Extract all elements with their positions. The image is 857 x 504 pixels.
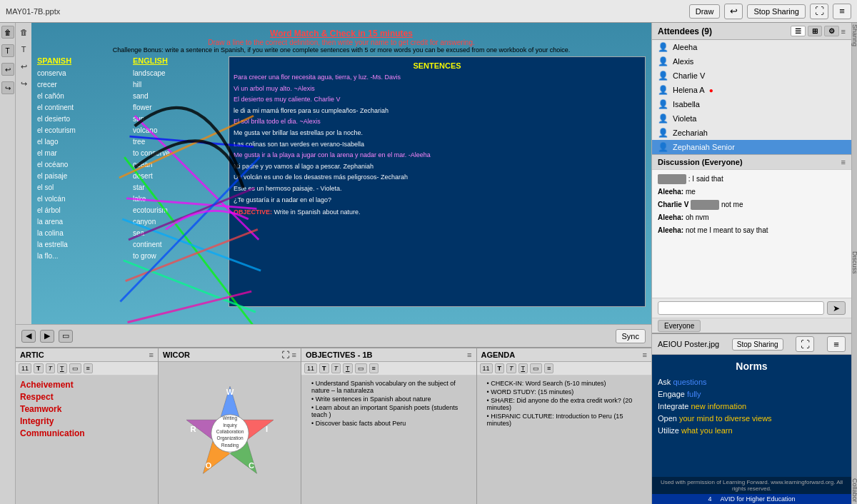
discussion-header: Discussion (Everyone) ≡ — [652, 155, 851, 170]
attendee-zechariah[interactable]: 👤 Zechariah — [652, 126, 851, 140]
obj-font-size[interactable]: 11 — [304, 363, 317, 373]
msg-sender-4: Aleeha: — [658, 213, 686, 221]
artic-item-1: Acheivement — [20, 380, 154, 390]
attendee-violeta[interactable]: 👤 Violeta — [652, 111, 851, 126]
attendees-menu-icon[interactable]: ≡ — [841, 27, 846, 36]
artic-underline[interactable]: T — [57, 363, 67, 373]
attendee-name: Zechariah — [673, 128, 708, 137]
norm-ask: Ask questions — [658, 378, 846, 386]
objectives-panel: OBJECTIVES - 1B ≡ 11 T T T ▭ ≡ • Underst… — [301, 348, 477, 504]
norm-open: Open your mind to diverse views — [658, 414, 846, 423]
msg-4: Aleeha: oh nvm — [658, 213, 846, 223]
sentences-column: SENTENCES Para crecer una flor necesita … — [229, 56, 646, 307]
agenda-fill[interactable]: ▭ — [530, 363, 542, 373]
undo-icon[interactable]: ↩ — [724, 4, 743, 19]
attendees-header: Attendees (9) ☰ ⊞ ⚙ ≡ — [652, 23, 851, 40]
norms-footer: Used with permission of Learning Forward… — [652, 477, 851, 494]
attendees-list-tab[interactable]: ☰ — [791, 26, 806, 36]
artic-item-3: Teamwork — [20, 404, 154, 414]
discussion-input-field[interactable] — [658, 301, 824, 315]
tool-item[interactable]: ↪ — [1, 81, 14, 94]
msg-sender-5: Aleeha: — [658, 226, 686, 234]
scrollbar-track — [852, 48, 857, 250]
svg-text:O: O — [205, 460, 211, 469]
artic-fill[interactable]: ▭ — [69, 363, 81, 373]
obj-toolbar: 11 T T T ▭ ≡ — [301, 362, 476, 376]
wicor-diagram: Writing Inquiry Collaboration Organizati… — [176, 380, 284, 487]
agenda-item-1: • CHECK-IN: Word Search (5-10 minutes) — [487, 380, 648, 387]
wicor-content: Writing Inquiry Collaboration Organizati… — [159, 362, 301, 504]
right-sidebar: Attendees (9) ☰ ⊞ ⚙ ≡ 👤 Aleeha 👤 Alexis … — [651, 23, 851, 504]
attendees-grid-tab[interactable]: ⊞ — [808, 26, 822, 36]
send-message-button[interactable]: ➤ — [827, 301, 846, 315]
discuss-label-section: Discuss — [852, 250, 857, 276]
attendees-manage-tab[interactable]: ⚙ — [824, 26, 839, 36]
agenda-bold[interactable]: T — [495, 363, 505, 373]
pres-bottom-nav: ◀ ▶ ▭ Sync — [16, 324, 651, 347]
second-window-panel: AEIOU Poster.jpg Stop Sharing ⛶ ≡ Norms … — [652, 333, 851, 504]
msg-5: Aleeha: not me I meant to say that — [658, 226, 846, 236]
obj-list[interactable]: ≡ — [369, 363, 379, 373]
menu-icon[interactable]: ≡ — [833, 4, 851, 19]
discussion-input-area: ➤ — [652, 298, 851, 318]
thumbnail-button[interactable]: ▭ — [59, 330, 73, 343]
svg-text:Inquiry: Inquiry — [223, 422, 237, 428]
wicor-menu[interactable]: ≡ — [292, 351, 296, 359]
slide-inner: Word Match & Check in 15 minutes Draw a … — [31, 23, 651, 324]
obj-bold[interactable]: T — [319, 363, 329, 373]
fullscreen-icon[interactable]: ⛶ — [810, 4, 828, 19]
obj-item-3: • Learn about an important Spanish poets… — [311, 404, 472, 418]
msg-1: ████ : I said that — [658, 174, 846, 184]
agenda-underline[interactable]: T — [518, 363, 528, 373]
agenda-italic[interactable]: T — [506, 363, 516, 373]
attendee-isabella[interactable]: 👤 Isabella — [652, 97, 851, 111]
agenda-menu[interactable]: ≡ — [643, 351, 647, 359]
tool-item[interactable]: T — [1, 44, 14, 57]
artic-list[interactable]: ≡ — [84, 363, 93, 373]
slide-columns: SPANISH conserva crecer el cañón el cont… — [37, 56, 646, 307]
artic-menu-icon[interactable]: ≡ — [149, 351, 154, 359]
attendee-charlie[interactable]: 👤 Charlie V — [652, 69, 851, 83]
sync-button[interactable]: Sync — [616, 329, 646, 343]
everyone-tag[interactable]: Everyone — [658, 320, 701, 332]
pres-tool-2[interactable]: T — [17, 43, 30, 56]
attendee-zephaniah[interactable]: 👤 Zephaniah Senior — [652, 140, 851, 154]
artic-italic[interactable]: T — [46, 363, 56, 373]
next-slide-button[interactable]: ▶ — [40, 330, 54, 343]
attendee-alexis[interactable]: 👤 Alexis — [652, 54, 851, 69]
wicor-expand[interactable]: ⛶ — [281, 351, 289, 359]
agenda-font-size[interactable]: 11 — [480, 363, 493, 373]
pres-tool-3[interactable]: ↩ — [17, 60, 30, 73]
agenda-list[interactable]: ≡ — [544, 363, 553, 373]
presentation-view: 🗑 T ↩ ↪ Word Match & Check in 15 minutes… — [16, 23, 651, 324]
obj-underline[interactable]: T — [343, 363, 353, 373]
svg-text:Collaboration: Collaboration — [216, 429, 244, 434]
attendee-helena[interactable]: 👤 Helena A ● — [652, 83, 851, 97]
second-menu-icon[interactable]: ≡ — [827, 336, 846, 352]
attendees-list: 👤 Aleeha 👤 Alexis 👤 Charlie V 👤 Helena A… — [652, 40, 851, 154]
agenda-header: AGENDA ≡ — [477, 348, 652, 362]
pres-tool-1[interactable]: 🗑 — [17, 26, 30, 39]
artic-item-4: Integrity — [20, 416, 154, 426]
draw-button[interactable]: Draw — [689, 4, 721, 19]
second-stop-sharing-button[interactable]: Stop Sharing — [732, 338, 783, 351]
tool-item[interactable]: ↩ — [1, 63, 14, 76]
discussion-menu-icon[interactable]: ≡ — [841, 158, 846, 166]
objectives-header: OBJECTIVES - 1B ≡ — [301, 348, 476, 362]
attendee-icon: 👤 — [658, 85, 668, 95]
tool-item[interactable]: 🗑 — [1, 26, 14, 39]
stop-sharing-button[interactable]: Stop Sharing — [747, 4, 806, 19]
pres-tool-4[interactable]: ↪ — [17, 77, 30, 90]
artic-content: Acheivement Respect Teamwork Integrity C… — [16, 376, 158, 504]
artic-bold[interactable]: T — [34, 363, 44, 373]
everyone-bar: Everyone — [652, 318, 851, 333]
artic-font-size[interactable]: 11 — [19, 363, 31, 373]
obj-menu[interactable]: ≡ — [467, 351, 471, 359]
attendee-aleeha[interactable]: 👤 Aleeha — [652, 40, 851, 54]
obj-item-2: • Write sentences in Spanish about natur… — [311, 395, 472, 403]
prev-slide-button[interactable]: ◀ — [21, 330, 36, 343]
obj-fill[interactable]: ▭ — [355, 363, 367, 373]
right-scrollbar-panel: Sharing Discuss Collabor — [851, 23, 857, 504]
obj-italic[interactable]: T — [331, 363, 341, 373]
second-fullscreen-icon[interactable]: ⛶ — [796, 336, 814, 352]
